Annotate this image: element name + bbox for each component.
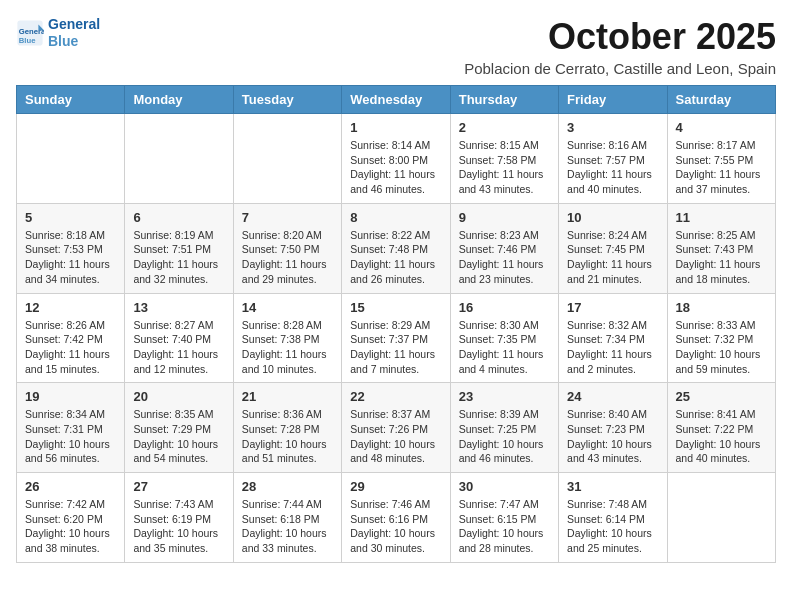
month-title: October 2025 [464,16,776,58]
day-info: Sunrise: 8:35 AM Sunset: 7:29 PM Dayligh… [133,407,224,466]
location-title: Poblacion de Cerrato, Castille and Leon,… [464,60,776,77]
calendar-cell: 9Sunrise: 8:23 AM Sunset: 7:46 PM Daylig… [450,203,558,293]
day-info: Sunrise: 8:27 AM Sunset: 7:40 PM Dayligh… [133,318,224,377]
day-number: 14 [242,300,333,315]
calendar-cell: 16Sunrise: 8:30 AM Sunset: 7:35 PM Dayli… [450,293,558,383]
day-info: Sunrise: 8:15 AM Sunset: 7:58 PM Dayligh… [459,138,550,197]
day-info: Sunrise: 8:29 AM Sunset: 7:37 PM Dayligh… [350,318,441,377]
calendar-cell: 8Sunrise: 8:22 AM Sunset: 7:48 PM Daylig… [342,203,450,293]
day-header: Saturday [667,86,775,114]
calendar-cell: 30Sunrise: 7:47 AM Sunset: 6:15 PM Dayli… [450,473,558,563]
calendar-cell: 7Sunrise: 8:20 AM Sunset: 7:50 PM Daylig… [233,203,341,293]
day-info: Sunrise: 7:47 AM Sunset: 6:15 PM Dayligh… [459,497,550,556]
day-info: Sunrise: 8:32 AM Sunset: 7:34 PM Dayligh… [567,318,658,377]
day-number: 22 [350,389,441,404]
day-info: Sunrise: 8:34 AM Sunset: 7:31 PM Dayligh… [25,407,116,466]
calendar-cell: 21Sunrise: 8:36 AM Sunset: 7:28 PM Dayli… [233,383,341,473]
day-info: Sunrise: 8:33 AM Sunset: 7:32 PM Dayligh… [676,318,767,377]
day-info: Sunrise: 8:16 AM Sunset: 7:57 PM Dayligh… [567,138,658,197]
calendar-cell: 17Sunrise: 8:32 AM Sunset: 7:34 PM Dayli… [559,293,667,383]
day-header: Friday [559,86,667,114]
day-number: 6 [133,210,224,225]
day-header: Wednesday [342,86,450,114]
day-info: Sunrise: 7:44 AM Sunset: 6:18 PM Dayligh… [242,497,333,556]
calendar-cell: 22Sunrise: 8:37 AM Sunset: 7:26 PM Dayli… [342,383,450,473]
calendar-cell: 14Sunrise: 8:28 AM Sunset: 7:38 PM Dayli… [233,293,341,383]
calendar-cell: 2Sunrise: 8:15 AM Sunset: 7:58 PM Daylig… [450,114,558,204]
calendar-cell: 25Sunrise: 8:41 AM Sunset: 7:22 PM Dayli… [667,383,775,473]
day-info: Sunrise: 8:37 AM Sunset: 7:26 PM Dayligh… [350,407,441,466]
page-header: General Blue General Blue October 2025 P… [16,16,776,77]
day-info: Sunrise: 8:24 AM Sunset: 7:45 PM Dayligh… [567,228,658,287]
day-number: 10 [567,210,658,225]
calendar-cell: 18Sunrise: 8:33 AM Sunset: 7:32 PM Dayli… [667,293,775,383]
calendar-cell: 13Sunrise: 8:27 AM Sunset: 7:40 PM Dayli… [125,293,233,383]
calendar-table: SundayMondayTuesdayWednesdayThursdayFrid… [16,85,776,563]
day-number: 18 [676,300,767,315]
title-block: October 2025 Poblacion de Cerrato, Casti… [464,16,776,77]
day-number: 27 [133,479,224,494]
day-number: 30 [459,479,550,494]
day-number: 7 [242,210,333,225]
logo: General Blue General Blue [16,16,100,50]
day-number: 1 [350,120,441,135]
logo-icon: General Blue [16,19,44,47]
day-info: Sunrise: 8:20 AM Sunset: 7:50 PM Dayligh… [242,228,333,287]
calendar-cell: 26Sunrise: 7:42 AM Sunset: 6:20 PM Dayli… [17,473,125,563]
calendar-cell [17,114,125,204]
calendar-cell: 4Sunrise: 8:17 AM Sunset: 7:55 PM Daylig… [667,114,775,204]
day-number: 5 [25,210,116,225]
day-number: 15 [350,300,441,315]
calendar-cell: 31Sunrise: 7:48 AM Sunset: 6:14 PM Dayli… [559,473,667,563]
calendar-week-row: 5Sunrise: 8:18 AM Sunset: 7:53 PM Daylig… [17,203,776,293]
logo-text-line1: General [48,16,100,33]
day-info: Sunrise: 7:42 AM Sunset: 6:20 PM Dayligh… [25,497,116,556]
day-info: Sunrise: 8:30 AM Sunset: 7:35 PM Dayligh… [459,318,550,377]
svg-text:Blue: Blue [19,36,36,45]
day-info: Sunrise: 7:46 AM Sunset: 6:16 PM Dayligh… [350,497,441,556]
day-number: 12 [25,300,116,315]
calendar-cell: 5Sunrise: 8:18 AM Sunset: 7:53 PM Daylig… [17,203,125,293]
day-info: Sunrise: 8:18 AM Sunset: 7:53 PM Dayligh… [25,228,116,287]
day-number: 2 [459,120,550,135]
calendar-cell: 10Sunrise: 8:24 AM Sunset: 7:45 PM Dayli… [559,203,667,293]
calendar-cell: 24Sunrise: 8:40 AM Sunset: 7:23 PM Dayli… [559,383,667,473]
day-info: Sunrise: 8:39 AM Sunset: 7:25 PM Dayligh… [459,407,550,466]
calendar-cell: 15Sunrise: 8:29 AM Sunset: 7:37 PM Dayli… [342,293,450,383]
calendar-week-row: 12Sunrise: 8:26 AM Sunset: 7:42 PM Dayli… [17,293,776,383]
logo-text-line2: Blue [48,33,100,50]
day-number: 13 [133,300,224,315]
day-number: 9 [459,210,550,225]
day-number: 24 [567,389,658,404]
day-number: 29 [350,479,441,494]
calendar-week-row: 26Sunrise: 7:42 AM Sunset: 6:20 PM Dayli… [17,473,776,563]
calendar-week-row: 19Sunrise: 8:34 AM Sunset: 7:31 PM Dayli… [17,383,776,473]
day-number: 19 [25,389,116,404]
calendar-cell [667,473,775,563]
day-info: Sunrise: 8:19 AM Sunset: 7:51 PM Dayligh… [133,228,224,287]
calendar-cell: 28Sunrise: 7:44 AM Sunset: 6:18 PM Dayli… [233,473,341,563]
calendar-cell: 6Sunrise: 8:19 AM Sunset: 7:51 PM Daylig… [125,203,233,293]
day-number: 11 [676,210,767,225]
day-header: Tuesday [233,86,341,114]
calendar-cell: 1Sunrise: 8:14 AM Sunset: 8:00 PM Daylig… [342,114,450,204]
day-info: Sunrise: 7:48 AM Sunset: 6:14 PM Dayligh… [567,497,658,556]
calendar-week-row: 1Sunrise: 8:14 AM Sunset: 8:00 PM Daylig… [17,114,776,204]
calendar-cell: 20Sunrise: 8:35 AM Sunset: 7:29 PM Dayli… [125,383,233,473]
day-info: Sunrise: 7:43 AM Sunset: 6:19 PM Dayligh… [133,497,224,556]
day-info: Sunrise: 8:23 AM Sunset: 7:46 PM Dayligh… [459,228,550,287]
day-number: 31 [567,479,658,494]
day-number: 25 [676,389,767,404]
day-number: 8 [350,210,441,225]
calendar-cell: 23Sunrise: 8:39 AM Sunset: 7:25 PM Dayli… [450,383,558,473]
day-number: 23 [459,389,550,404]
day-number: 26 [25,479,116,494]
calendar-cell [125,114,233,204]
day-info: Sunrise: 8:28 AM Sunset: 7:38 PM Dayligh… [242,318,333,377]
day-number: 4 [676,120,767,135]
day-number: 16 [459,300,550,315]
calendar-cell: 29Sunrise: 7:46 AM Sunset: 6:16 PM Dayli… [342,473,450,563]
day-info: Sunrise: 8:14 AM Sunset: 8:00 PM Dayligh… [350,138,441,197]
day-info: Sunrise: 8:40 AM Sunset: 7:23 PM Dayligh… [567,407,658,466]
day-info: Sunrise: 8:41 AM Sunset: 7:22 PM Dayligh… [676,407,767,466]
